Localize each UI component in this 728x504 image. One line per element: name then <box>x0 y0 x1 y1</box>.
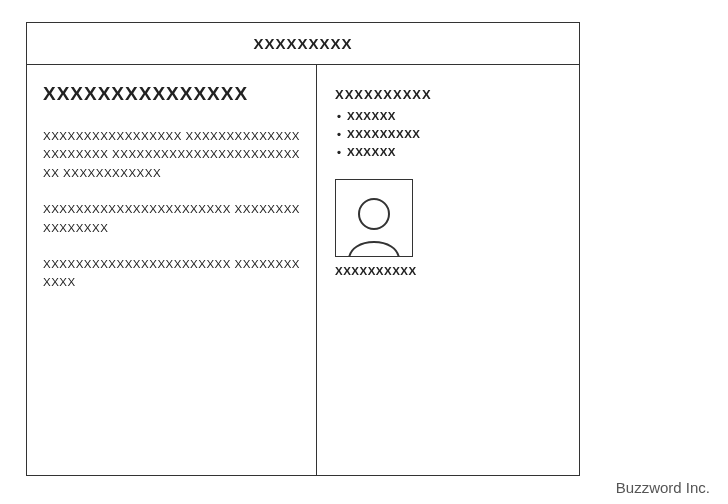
sidebar-title: XXXXXXXXXX <box>335 87 561 102</box>
sidebar-list-item: XXXXXX <box>335 108 561 126</box>
sidebar-column: XXXXXXXXXX XXXXXX XXXXXXXXX XXXXXX XXXXX… <box>317 65 579 475</box>
avatar-caption: XXXXXXXXXX <box>335 265 413 277</box>
paragraph-1: XXXXXXXXXXXXXXXXX XXXXXXXXXXXXXXXXXXXXXX… <box>43 127 300 182</box>
avatar-placeholder <box>335 179 413 257</box>
page-title: XXXXXXXXX <box>253 35 352 52</box>
footer-brand: Buzzword Inc. <box>616 479 710 496</box>
sidebar-list-item: XXXXXXXXX <box>335 126 561 144</box>
paragraph-3: XXXXXXXXXXXXXXXXXXXXXXX XXXXXXXXXXXX <box>43 255 300 292</box>
page-header: XXXXXXXXX <box>27 23 579 65</box>
paragraph-2: XXXXXXXXXXXXXXXXXXXXXXX XXXXXXXXXXXXXXXX <box>43 200 300 237</box>
sidebar-list-item: XXXXXX <box>335 144 561 162</box>
main-heading: XXXXXXXXXXXXXXX <box>43 83 300 105</box>
sidebar-list: XXXXXX XXXXXXXXX XXXXXX <box>335 108 561 161</box>
svg-point-0 <box>359 199 389 229</box>
main-column: XXXXXXXXXXXXXXX XXXXXXXXXXXXXXXXX XXXXXX… <box>27 65 317 475</box>
person-icon <box>339 186 409 256</box>
page-body: XXXXXXXXXXXXXXX XXXXXXXXXXXXXXXXX XXXXXX… <box>27 65 579 475</box>
wireframe-frame: XXXXXXXXX XXXXXXXXXXXXXXX XXXXXXXXXXXXXX… <box>26 22 580 476</box>
